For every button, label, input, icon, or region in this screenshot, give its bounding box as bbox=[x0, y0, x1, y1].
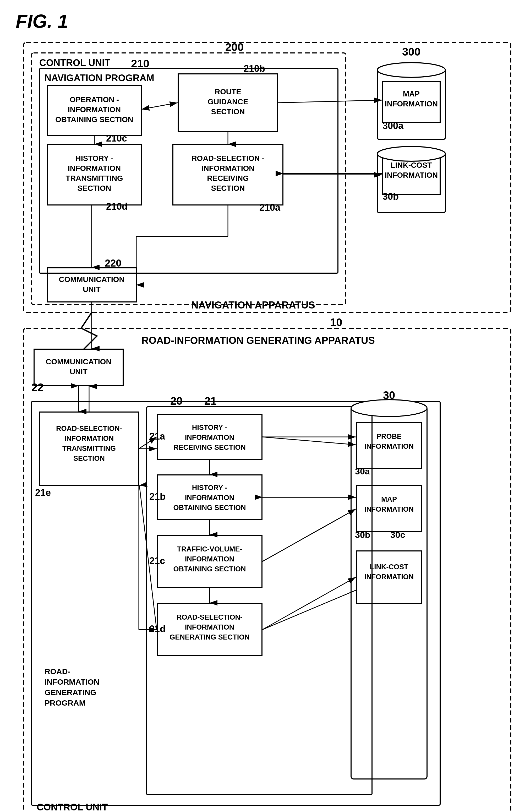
arrow-roadselgen-to-linkcost bbox=[262, 577, 356, 630]
history-recv-text-2: INFORMATION bbox=[185, 433, 234, 441]
history-transmit-text-3: TRANSMITTING bbox=[65, 174, 123, 182]
link-cost-text-1-top: LINK-COST bbox=[391, 161, 432, 169]
road-info-outer-box bbox=[24, 328, 511, 812]
road-sel-recv-text-2: INFORMATION bbox=[201, 164, 254, 173]
arrow-op-to-route bbox=[141, 103, 178, 109]
arrow-histrecv-to-probe bbox=[262, 437, 356, 445]
traffic-vol-text-1: TRAFFIC-VOLUME- bbox=[177, 545, 242, 553]
label-21e: 21e bbox=[35, 487, 51, 498]
route-guidance-text-3: SECTION bbox=[211, 107, 245, 116]
traffic-vol-text-2: INFORMATION bbox=[185, 555, 234, 563]
arrow-route-to-mapinfo bbox=[278, 100, 382, 103]
label-210: 210 bbox=[131, 57, 149, 70]
map-info-text-1-top: MAP bbox=[403, 90, 420, 98]
link-cost-text-2-bottom: INFORMATION bbox=[364, 573, 414, 581]
label-210b: 210b bbox=[244, 63, 265, 74]
route-guidance-text-2: GUIDANCE bbox=[208, 98, 249, 106]
history-obtain-text-2: INFORMATION bbox=[185, 494, 234, 502]
map-info-text-2-bottom: INFORMATION bbox=[364, 505, 414, 513]
figure-title: FIG. 1 bbox=[16, 11, 509, 32]
operation-info-text-1: OPERATION - bbox=[70, 95, 119, 104]
history-recv-text-1: HISTORY - bbox=[192, 424, 227, 431]
label-200: 200 bbox=[225, 41, 244, 53]
page-container: FIG. 1 bbox=[0, 0, 525, 812]
map-info-text-1-bottom: MAP bbox=[381, 496, 397, 503]
road-sel-trans-text-4: SECTION bbox=[73, 455, 105, 462]
traffic-map-diag bbox=[262, 509, 356, 561]
db-cylinder-30-top bbox=[351, 400, 427, 416]
control-unit-label-bottom: CONTROL UNIT bbox=[37, 802, 108, 812]
comm-unit-top-text-1: COMMUNICATION bbox=[59, 275, 125, 284]
arrow-roadsel-to-inner bbox=[139, 437, 157, 449]
nav-apparatus-label: NAVIGATION APPARATUS bbox=[191, 299, 315, 311]
road-info-program-text-3: GENERATING bbox=[45, 688, 96, 697]
history-recv-text-3: RECEIVING SECTION bbox=[174, 443, 246, 451]
label-21c: 21c bbox=[149, 556, 165, 566]
road-sel-gen-text-1: ROAD-SELECTION- bbox=[177, 613, 243, 621]
label-30b-bottom: 30b bbox=[355, 530, 371, 540]
label-10: 10 bbox=[330, 316, 342, 328]
history-transmit-text-1: HISTORY - bbox=[75, 154, 114, 163]
road-sel-trans-text-2: INFORMATION bbox=[64, 434, 114, 442]
comm-unit-bottom-text-1: COMMUNICATION bbox=[46, 357, 111, 366]
label-21: 21 bbox=[204, 395, 217, 407]
db-cylinder-30 bbox=[351, 407, 427, 779]
label-210c: 210c bbox=[106, 133, 127, 144]
road-sel-recv-text-1: ROAD-SELECTION - bbox=[192, 154, 265, 163]
label-22: 22 bbox=[31, 381, 44, 394]
main-diagram: 100 200 CONTROL UNIT 210 NAVIGATION PROG… bbox=[16, 40, 513, 812]
traffic-vol-text-3: OBTAINING SECTION bbox=[173, 565, 246, 573]
operation-info-text-3: OBTAINING SECTION bbox=[55, 115, 133, 124]
link-cost-text-1-bottom: LINK-COST bbox=[370, 563, 408, 571]
label-210a: 210a bbox=[259, 202, 281, 213]
label-30a-bottom: 30a bbox=[355, 466, 370, 476]
label-210d: 210d bbox=[106, 201, 127, 212]
road-sel-trans-text-3: TRANSMITTING bbox=[62, 444, 116, 453]
road-sel-gen-text-3: GENERATING SECTION bbox=[169, 633, 250, 641]
label-20: 20 bbox=[170, 395, 183, 407]
inner-program-box-21 bbox=[147, 407, 372, 795]
road-info-program-text-1: ROAD- bbox=[45, 667, 70, 676]
control-unit-label-top: CONTROL UNIT bbox=[39, 57, 110, 68]
route-guidance-text-1: ROUTE bbox=[214, 88, 241, 96]
label-220: 220 bbox=[105, 257, 121, 269]
history-obtain-text-1: HISTORY - bbox=[192, 484, 227, 492]
comm-unit-bottom-text-2: UNIT bbox=[70, 368, 88, 376]
history-obtain-text-3: OBTAINING SECTION bbox=[173, 504, 246, 512]
road-sel-recv-text-3: RECEIVING bbox=[207, 174, 249, 182]
label-300a: 300a bbox=[382, 120, 404, 131]
road-sel-gen-text-2: INFORMATION bbox=[185, 623, 234, 631]
lightning-bolt bbox=[81, 312, 97, 349]
map-info-text-2-top: INFORMATION bbox=[385, 100, 438, 108]
road-sel-recv-text-4: SECTION bbox=[211, 184, 245, 192]
map-info-cylinder-top bbox=[377, 63, 445, 77]
label-21d: 21d bbox=[149, 623, 166, 634]
label-30c: 30c bbox=[390, 530, 405, 540]
probe-info-text-2: INFORMATION bbox=[364, 442, 414, 450]
label-100: 100 bbox=[440, 40, 459, 42]
road-sel-trans-text-1: ROAD-SELECTION- bbox=[56, 425, 122, 432]
history-transmit-text-2: INFORMATION bbox=[68, 164, 121, 173]
label-300: 300 bbox=[402, 46, 420, 58]
road-info-program-text-4: PROGRAM bbox=[45, 698, 86, 707]
history-transmit-text-4: SECTION bbox=[77, 184, 111, 192]
gen-linkcost-diag bbox=[262, 590, 356, 630]
label-21b: 21b bbox=[149, 491, 166, 502]
operation-info-text-2: INFORMATION bbox=[68, 105, 121, 114]
road-info-gen-label: ROAD-INFORMATION GENERATING APPARATUS bbox=[141, 335, 375, 346]
nav-program-label: NAVIGATION PROGRAM bbox=[45, 73, 154, 83]
label-30b-top: 30b bbox=[382, 191, 399, 202]
label-30: 30 bbox=[383, 389, 395, 401]
comm-unit-top-text-2: UNIT bbox=[83, 285, 101, 294]
road-info-program-text-2: INFORMATION bbox=[45, 678, 99, 686]
link-cost-cylinder-top bbox=[377, 147, 445, 161]
link-cost-text-2-top: INFORMATION bbox=[385, 171, 438, 179]
probe-info-text-1: PROBE bbox=[376, 432, 402, 440]
